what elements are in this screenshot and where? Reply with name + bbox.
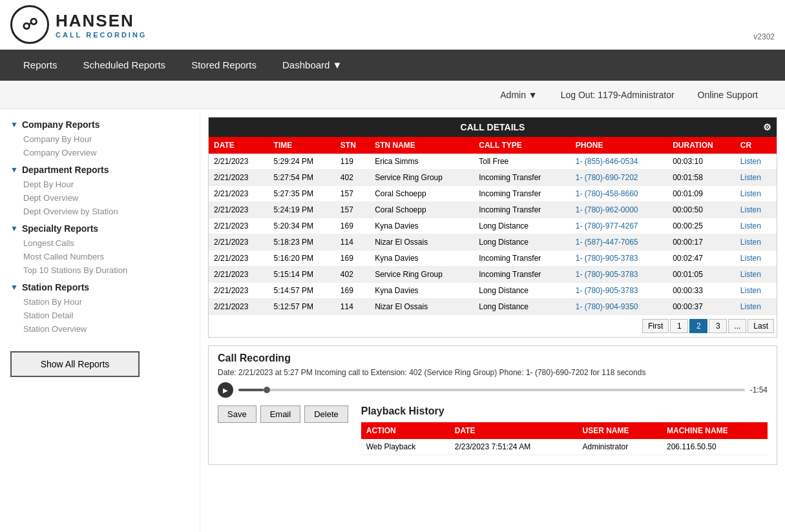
sidebar-item-company-by-hour[interactable]: Company By Hour <box>23 132 194 146</box>
table-row: 2/21/2023 5:15:14 PM 402 Service Ring Gr… <box>209 267 777 283</box>
specialty-arrow-icon: ▼ <box>10 224 18 233</box>
sidebar-item-longest-calls[interactable]: Longest Calls <box>23 236 194 250</box>
nav-stored-reports[interactable]: Stored Reports <box>178 50 269 81</box>
play-button[interactable]: ▶ <box>218 382 233 398</box>
subnav-online-support[interactable]: Online Support <box>686 81 769 109</box>
listen-link[interactable]: Listen <box>740 173 761 182</box>
page-last-button[interactable]: Last <box>748 319 774 333</box>
page-1-button[interactable]: 1 <box>670 319 688 333</box>
department-arrow-icon: ▼ <box>10 165 18 174</box>
playback-cell-machine: 206.116.50.50 <box>662 439 768 455</box>
cell-cr: Listen <box>735 154 777 170</box>
listen-link[interactable]: Listen <box>740 221 761 230</box>
sidebar-item-company-overview[interactable]: Company Overview <box>23 146 194 159</box>
audio-player: ▶ -1:54 <box>218 382 768 398</box>
call-table-body: 2/21/2023 5:29:24 PM 119 Erica Simms Tol… <box>209 154 777 315</box>
sidebar-category-company[interactable]: ▼ Company Reports <box>10 119 194 130</box>
sidebar-category-department[interactable]: ▼ Department Reports <box>10 165 194 175</box>
phone-link[interactable]: 1- (780)-977-4267 <box>576 221 638 230</box>
table-row: 2/21/2023 5:29:24 PM 119 Erica Simms Tol… <box>209 154 777 170</box>
cell-time: 5:27:54 PM <box>269 170 335 186</box>
phone-link[interactable]: 1- (780)-905-3783 <box>576 270 638 279</box>
cell-stn: 114 <box>335 299 370 315</box>
nav-scheduled-reports[interactable]: Scheduled Reports <box>70 50 179 81</box>
phone-link[interactable]: 1- (780)-690-7202 <box>576 173 638 182</box>
delete-button[interactable]: Delete <box>304 405 348 423</box>
sidebar-item-station-overview[interactable]: Station Overview <box>23 322 194 336</box>
cell-call-type: Long Distance <box>474 218 570 234</box>
playback-row: Web Playback 2/23/2023 7:51:24 AM Admini… <box>361 439 768 455</box>
recording-info: Date: 2/21/2023 at 5:27 PM Incoming call… <box>218 368 768 377</box>
progress-dot <box>264 387 270 393</box>
sidebar-specialty-items: Longest Calls Most Called Numbers Top 10… <box>10 236 194 277</box>
listen-link[interactable]: Listen <box>740 157 761 166</box>
cell-cr: Listen <box>735 267 777 283</box>
listen-link[interactable]: Listen <box>740 254 761 263</box>
cell-stn: 169 <box>335 218 370 234</box>
col-stn-name: STN NAME <box>370 137 474 154</box>
cell-stn-name: Erica Simms <box>370 154 474 170</box>
table-row: 2/21/2023 5:18:23 PM 114 Nizar El Ossais… <box>209 234 777 251</box>
listen-link[interactable]: Listen <box>740 189 761 198</box>
subnav-admin[interactable]: Admin ▼ <box>488 81 549 109</box>
navbar: Reports Scheduled Reports Stored Reports… <box>0 50 785 81</box>
col-phone: PHONE <box>570 137 667 154</box>
sidebar-item-dept-by-hour[interactable]: Dept By Hour <box>23 178 194 191</box>
logo-circle: ☍ <box>10 5 49 44</box>
phone-link[interactable]: 1- (780)-962-0000 <box>576 205 638 214</box>
phone-link[interactable]: 1- (780)-458-8660 <box>576 189 638 198</box>
cell-cr: Listen <box>735 234 777 251</box>
listen-link[interactable]: Listen <box>740 286 761 295</box>
page-2-button[interactable]: 2 <box>689 319 707 333</box>
nav-dashboard[interactable]: Dashboard ▼ <box>269 50 355 81</box>
cell-date: 2/21/2023 <box>209 234 269 251</box>
logo-text: HANSEN CALL RECORDING <box>56 11 147 39</box>
page-first-button[interactable]: First <box>642 319 669 333</box>
sidebar-item-station-detail[interactable]: Station Detail <box>23 309 194 322</box>
page-dots-button[interactable]: ... <box>728 319 746 333</box>
playback-history: Playback History ACTION DATE USER NAME M… <box>361 405 768 455</box>
cell-stn: 169 <box>335 251 370 267</box>
save-button[interactable]: Save <box>218 405 256 423</box>
settings-icon[interactable]: ⚙ <box>763 122 771 132</box>
phone-link[interactable]: 1- (855)-646-0534 <box>576 157 638 166</box>
sidebar-category-specialty[interactable]: ▼ Specialty Reports <box>10 223 194 234</box>
sidebar-item-dept-overview[interactable]: Dept Overview <box>23 191 194 205</box>
listen-link[interactable]: Listen <box>740 302 761 311</box>
cell-stn-name: Service Ring Group <box>370 267 474 283</box>
sidebar-category-station[interactable]: ▼ Station Reports <box>10 282 194 292</box>
subnav-logout[interactable]: Log Out: 1179-Administrator <box>549 81 686 109</box>
show-all-reports-button[interactable]: Show All Reports <box>10 351 140 377</box>
table-row: 2/21/2023 5:20:34 PM 169 Kyna Davies Lon… <box>209 218 777 234</box>
email-button[interactable]: Email <box>260 405 301 423</box>
sidebar-department-items: Dept By Hour Dept Overview Dept Overview… <box>10 178 194 218</box>
progress-bar[interactable] <box>238 389 745 391</box>
page-3-button[interactable]: 3 <box>709 319 727 333</box>
phone-link[interactable]: 1- (780)-905-3783 <box>576 254 638 263</box>
listen-link[interactable]: Listen <box>740 270 761 279</box>
sidebar-item-dept-overview-station[interactable]: Dept Overview by Station <box>23 205 194 218</box>
sidebar-item-top10[interactable]: Top 10 Stations By Duration <box>23 263 194 277</box>
phone-link[interactable]: 1- (780)-904-9350 <box>576 302 638 311</box>
sidebar-item-most-called[interactable]: Most Called Numbers <box>23 250 194 263</box>
cell-time: 5:15:14 PM <box>269 267 335 283</box>
cell-cr: Listen <box>735 299 777 315</box>
cell-time: 5:18:23 PM <box>269 234 335 251</box>
call-recording-title: Call Recording <box>218 353 768 364</box>
phone-link[interactable]: 1- (587)-447-7065 <box>576 238 638 247</box>
playback-col-machine: MACHINE NAME <box>662 422 768 439</box>
nav-reports[interactable]: Reports <box>10 50 70 81</box>
table-row: 2/21/2023 5:27:54 PM 402 Service Ring Gr… <box>209 170 777 186</box>
cell-phone: 1- (780)-905-3783 <box>570 251 667 267</box>
col-date: DATE <box>209 137 269 154</box>
sidebar-item-station-by-hour[interactable]: Station By Hour <box>23 295 194 309</box>
listen-link[interactable]: Listen <box>740 205 761 214</box>
phone-link[interactable]: 1- (780)-905-3783 <box>576 286 638 295</box>
playback-col-date: DATE <box>450 422 578 439</box>
playback-history-title: Playback History <box>361 405 768 417</box>
cell-time: 5:29:24 PM <box>269 154 335 170</box>
listen-link[interactable]: Listen <box>740 238 761 247</box>
cell-date: 2/21/2023 <box>209 170 269 186</box>
cell-stn-name: Coral Schoepp <box>370 186 474 202</box>
col-call-type: CALL TYPE <box>474 137 570 154</box>
